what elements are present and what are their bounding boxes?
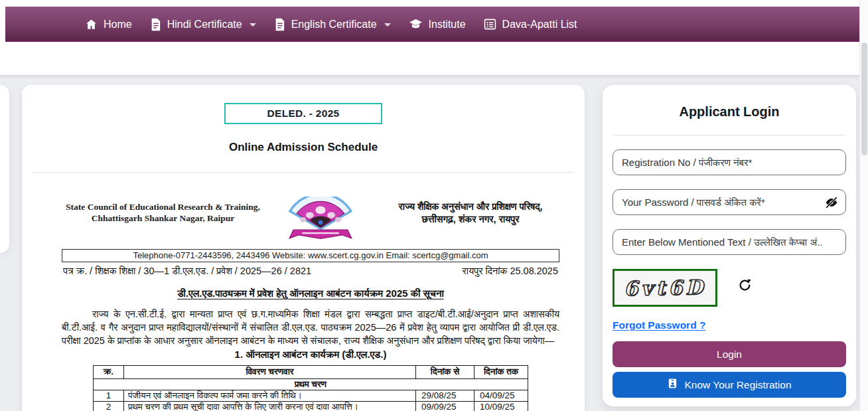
login-title: Applicant Login	[613, 104, 846, 120]
phase-label: प्रथम चरण	[94, 378, 528, 390]
nav-item-home[interactable]: Home	[85, 18, 132, 31]
cell-to: 10/09/25	[474, 401, 528, 411]
notice-paragraph: राज्य के एन.सी.टी.ई. द्वारा मान्यता प्रा…	[62, 307, 559, 347]
table-phase-row: प्रथम चरण	[94, 378, 528, 390]
login-button[interactable]: Login	[613, 341, 846, 367]
content-section: DELED. - 2025 Online Admission Schedule …	[0, 75, 859, 411]
cell-desc: पंजीयन एवं ऑनलाइन विकल्प फार्म जमा करने …	[123, 390, 415, 401]
page-scrollbar[interactable]	[859, 0, 868, 411]
carousel-peek-card	[0, 85, 9, 253]
know-registration-label: Know Your Registration	[684, 379, 791, 391]
reference-line: पत्र क्र. / शिक्षक शिक्षा / 30—1 डी.एल.ए…	[62, 266, 559, 277]
know-your-registration-button[interactable]: Know Your Registration	[613, 372, 846, 398]
scrollbar-thumb[interactable]	[861, 42, 867, 155]
captcha-image: 6vt6D	[613, 269, 717, 307]
table-header-row: क्र. विवरण चरणवार दिनांक से दिनांक तक	[94, 366, 528, 379]
nav-item-dava-apatti-list[interactable]: Dava-Apatti List	[484, 18, 577, 31]
password-visibility-toggle[interactable]	[824, 195, 839, 210]
schedule-heading: 1. ऑनलाइन आबंटन कार्यक्रम (डी.एल.एड.)	[62, 349, 559, 361]
header-from: दिनांक से	[416, 366, 474, 379]
nav-item-label: Home	[104, 19, 132, 31]
chevron-down-icon	[250, 23, 256, 27]
table-row: 2 प्रथम चरण की प्रथम सूची दावा आपत्ति के…	[94, 401, 528, 411]
org-name-hindi: राज्य शैक्षिक अनुसंधान और प्रशिक्षण परिष…	[382, 197, 559, 226]
scert-logo	[283, 197, 363, 244]
document-letterhead: State Council of Educational Research & …	[62, 197, 559, 244]
chevron-down-icon	[384, 23, 391, 27]
divider	[33, 172, 574, 173]
nav-item-label: Dava-Apatti List	[502, 19, 577, 31]
nav-item-label: Institute	[429, 19, 466, 31]
applicant-login-card: Applicant Login	[603, 85, 856, 406]
password-input[interactable]	[613, 189, 846, 215]
captcha-text: 6vt6D	[624, 276, 707, 300]
cell-from: 09/09/25	[416, 401, 474, 411]
cell-to: 04/09/25	[474, 390, 528, 401]
file-text-icon	[274, 18, 285, 31]
nav-item-english-certificate[interactable]: English Certificate	[274, 18, 391, 31]
notice-title: डी.एल.एड.पाठ्यक्रम में प्रवेश हेतु ऑनलाइ…	[62, 288, 559, 299]
org-name-english: State Council of Educational Research & …	[62, 197, 264, 224]
contact-line: Telephone-0771-2443596, 2443496 Website:…	[62, 249, 559, 262]
reference-number: पत्र क्र. / शिक्षक शिक्षा / 30—1 डी.एल.ए…	[63, 266, 311, 277]
captcha-refresh-button[interactable]	[737, 278, 753, 295]
header-sn: क्र.	[94, 366, 124, 379]
program-badge: DELED. - 2025	[224, 103, 382, 124]
login-button-label: Login	[717, 349, 742, 361]
cell-from: 29/08/25	[416, 390, 474, 401]
schedule-table: क्र. विवरण चरणवार दिनांक से दिनांक तक प्…	[93, 365, 528, 411]
header-desc: विवरण चरणवार	[123, 366, 415, 379]
id-badge-icon	[667, 378, 678, 392]
refresh-icon	[737, 285, 753, 295]
divider	[613, 135, 846, 135]
cell-desc: प्रथम चरण की प्रथम सूची दावा आपत्ति के ल…	[123, 401, 415, 411]
header-to: दिनांक तक	[474, 366, 528, 379]
table-row: 1 पंजीयन एवं ऑनलाइन विकल्प फार्म जमा करन…	[94, 390, 528, 401]
registration-input[interactable]	[613, 149, 846, 175]
admission-schedule-card: DELED. - 2025 Online Admission Schedule …	[22, 85, 585, 411]
reference-date: रायपुर दिनांक 25.08.2025	[463, 266, 558, 277]
home-icon	[85, 18, 98, 31]
nav-item-institute[interactable]: Institute	[409, 18, 466, 31]
nav-item-label: English Certificate	[291, 19, 377, 31]
top-navbar: Home Hindi Certificate English Certifica…	[5, 7, 859, 42]
forgot-password-link[interactable]: Forgot Password ?	[613, 319, 705, 331]
card-list-icon	[484, 18, 496, 31]
graduation-cap-icon	[409, 18, 423, 31]
page-title: Online Admission Schedule	[22, 141, 585, 154]
notice-document: State Council of Educational Research & …	[62, 197, 559, 411]
captcha-input[interactable]	[613, 229, 846, 255]
cell-sn: 1	[94, 390, 124, 401]
nav-item-label: Hindi Certificate	[167, 19, 242, 31]
nav-item-hindi-certificate[interactable]: Hindi Certificate	[150, 18, 256, 31]
file-text-icon	[150, 18, 161, 31]
program-badge-label: DELED. - 2025	[267, 108, 340, 120]
cell-sn: 2	[94, 401, 124, 411]
eye-off-icon	[824, 202, 839, 212]
